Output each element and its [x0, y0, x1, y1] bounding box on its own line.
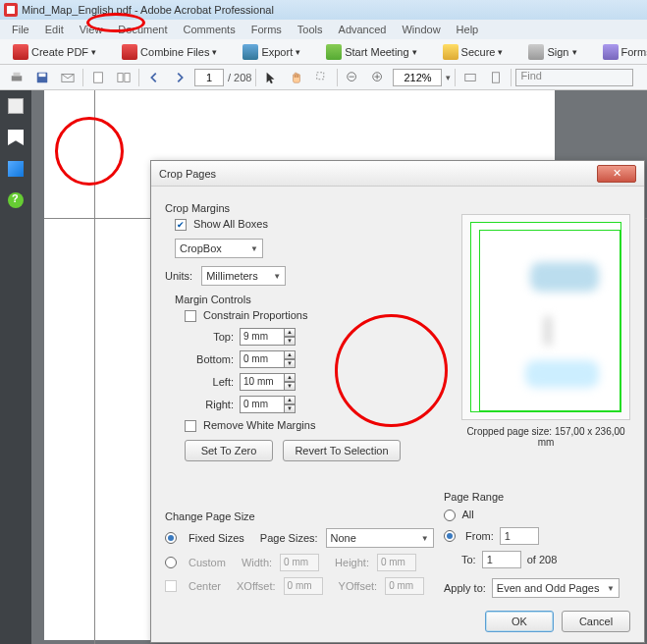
zoom-input[interactable] — [393, 69, 442, 86]
top-input[interactable]: 9 mm — [240, 328, 285, 346]
sign-button[interactable]: Sign▾ — [521, 41, 583, 63]
dialog-title: Crop Pages — [159, 168, 216, 180]
menu-comments[interactable]: Comments — [176, 22, 243, 37]
from-input[interactable]: 1 — [500, 527, 539, 545]
lock-icon — [443, 44, 458, 60]
export-button[interactable]: Export▾ — [236, 41, 307, 63]
svg-rect-7 — [125, 73, 130, 81]
svg-rect-8 — [317, 72, 324, 79]
menu-document[interactable]: Document — [110, 22, 175, 37]
window-title: Mind_Map_English.pdf - Adobe Acrobat Pro… — [22, 4, 274, 16]
bottom-label: Bottom: — [185, 353, 234, 365]
height-input: 0 mm — [377, 554, 416, 571]
box-type-dropdown[interactable]: CropBox▼ — [175, 239, 263, 258]
menu-file[interactable]: File — [4, 22, 37, 37]
fit-page-button[interactable] — [485, 67, 507, 88]
all-label: All — [461, 509, 473, 520]
height-label: Height: — [335, 557, 369, 568]
page-range-label: Page Range — [444, 491, 630, 503]
custom-radio[interactable] — [165, 557, 177, 568]
change-page-size-label: Change Page Size — [165, 510, 440, 522]
page-number-input[interactable] — [194, 69, 224, 86]
left-input[interactable]: 10 mm — [240, 373, 285, 391]
bottom-input[interactable]: 0 mm — [240, 350, 285, 368]
close-button[interactable]: ✕ — [597, 165, 636, 183]
bottom-spin-down[interactable]: ▼ — [284, 359, 296, 368]
combine-icon — [122, 44, 137, 60]
menu-forms[interactable]: Forms — [243, 22, 290, 37]
top-spin-down[interactable]: ▼ — [284, 337, 296, 346]
top-label: Top: — [185, 331, 234, 343]
page-sizes-label: Page Sizes: — [260, 532, 318, 544]
email-button[interactable] — [57, 67, 79, 88]
set-to-zero-button[interactable]: Set To Zero — [185, 440, 273, 461]
crop-pages-dialog: Crop Pages ✕ Crop Margins ✔ Show All Box… — [150, 160, 645, 643]
help-icon[interactable] — [8, 192, 24, 208]
dialog-titlebar[interactable]: Crop Pages ✕ — [151, 161, 644, 187]
right-spin-down[interactable]: ▼ — [284, 404, 296, 413]
constrain-checkbox[interactable] — [185, 310, 196, 322]
two-page-button[interactable] — [113, 67, 135, 88]
print-button[interactable] — [6, 67, 27, 88]
marquee-zoom-button[interactable] — [311, 67, 333, 88]
pages-panel-icon[interactable] — [8, 98, 24, 114]
preview-page — [470, 222, 621, 412]
revert-button[interactable]: Revert To Selection — [283, 440, 401, 461]
menu-edit[interactable]: Edit — [37, 22, 72, 37]
top-spin-up[interactable]: ▲ — [284, 328, 296, 337]
remove-white-checkbox[interactable] — [185, 420, 196, 432]
right-label: Right: — [185, 399, 234, 410]
forms-button[interactable]: Forms▾ — [596, 41, 648, 63]
hand-tool-button[interactable] — [286, 67, 307, 88]
menu-view[interactable]: View — [72, 22, 111, 37]
svg-rect-3 — [39, 73, 46, 77]
create-pdf-button[interactable]: Create PDF▾ — [6, 41, 103, 63]
to-input[interactable]: 1 — [482, 551, 521, 568]
xoffset-label: XOffset: — [237, 580, 276, 592]
left-spin-up[interactable]: ▲ — [284, 373, 296, 382]
from-radio[interactable] — [444, 530, 456, 542]
app-icon — [4, 3, 18, 17]
main-toolbar: Create PDF▾ Combine Files▾ Export▾ Start… — [0, 39, 647, 65]
left-spin-down[interactable]: ▼ — [284, 382, 296, 391]
signatures-panel-icon[interactable] — [8, 161, 24, 177]
start-meeting-button[interactable]: Start Meeting▾ — [319, 41, 423, 63]
apply-to-dropdown[interactable]: Even and Odd Pages▼ — [492, 578, 620, 598]
from-label: From: — [465, 530, 494, 542]
fixed-sizes-radio[interactable] — [165, 532, 177, 544]
ok-button[interactable]: OK — [485, 611, 554, 632]
all-radio[interactable] — [444, 510, 456, 521]
menu-help[interactable]: Help — [449, 22, 487, 37]
svg-rect-6 — [118, 73, 123, 81]
bottom-spin-up[interactable]: ▲ — [284, 350, 296, 359]
cancel-button[interactable]: Cancel — [562, 611, 630, 632]
right-spin-up[interactable]: ▲ — [284, 396, 296, 404]
svg-rect-5 — [94, 72, 103, 82]
constrain-label: Constrain Proportions — [203, 309, 307, 321]
xoffset-input: 0 mm — [284, 577, 323, 595]
save-button[interactable] — [31, 67, 53, 88]
svg-rect-0 — [12, 76, 23, 80]
menu-window[interactable]: Window — [394, 22, 448, 37]
page-view-button[interactable] — [87, 67, 109, 88]
next-page-button[interactable] — [169, 67, 190, 88]
menu-advanced[interactable]: Advanced — [331, 22, 395, 37]
select-tool-button[interactable] — [260, 67, 282, 88]
fit-width-button[interactable] — [459, 67, 481, 88]
bookmarks-panel-icon[interactable] — [8, 130, 24, 145]
create-pdf-icon — [13, 44, 28, 60]
show-all-boxes-checkbox[interactable]: ✔ — [175, 219, 187, 231]
zoom-out-button[interactable] — [342, 67, 363, 88]
prev-page-button[interactable] — [143, 67, 165, 88]
secure-button[interactable]: Secure▾ — [436, 41, 511, 63]
combine-files-button[interactable]: Combine Files▾ — [115, 41, 224, 63]
width-input: 0 mm — [280, 554, 319, 571]
find-input[interactable]: Find — [515, 69, 633, 86]
right-input[interactable]: 0 mm — [240, 396, 285, 413]
units-dropdown[interactable]: Millimeters▼ — [201, 266, 286, 286]
svg-rect-14 — [465, 74, 476, 80]
zoom-in-button[interactable] — [367, 67, 389, 88]
ruler-guide-vertical — [94, 90, 95, 644]
menu-tools[interactable]: Tools — [290, 22, 331, 37]
page-sizes-dropdown[interactable]: None▼ — [326, 528, 434, 548]
